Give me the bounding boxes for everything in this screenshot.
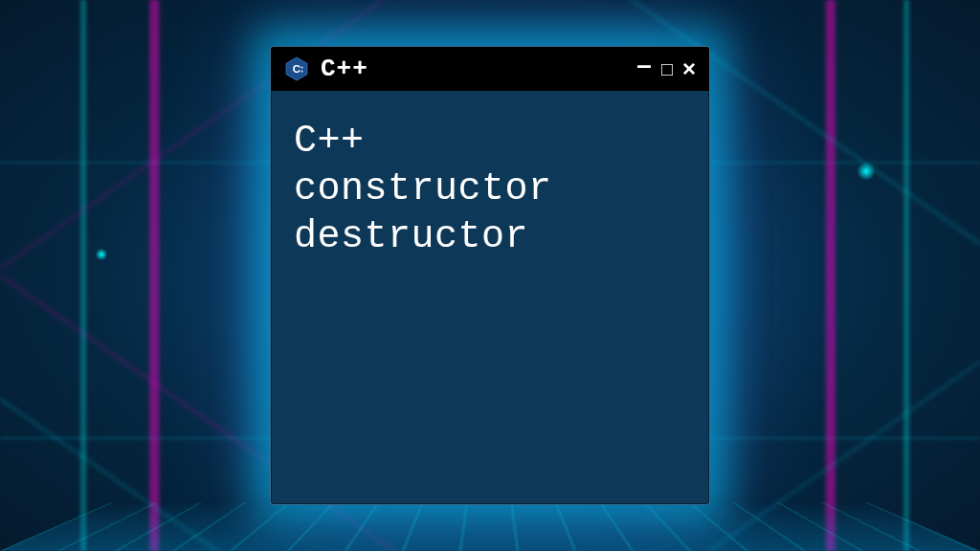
glow-dot (858, 163, 875, 180)
minimize-button[interactable]: – (636, 52, 652, 78)
content-line: C++ (294, 118, 686, 165)
svg-text:C: C (293, 63, 301, 75)
terminal-content: C++ constructor destructor (271, 91, 709, 504)
content-line: destructor (294, 213, 686, 261)
glow-dot (96, 249, 107, 260)
window-controls: – □ × (636, 55, 696, 82)
close-button[interactable]: × (682, 57, 696, 80)
cpp-logo-icon: C + + (284, 56, 309, 81)
window-title: C++ (321, 55, 625, 83)
maximize-button[interactable]: □ (661, 59, 673, 78)
content-line: constructor (294, 165, 686, 213)
background-floor-grid (0, 502, 980, 551)
titlebar[interactable]: C + + C++ – □ × (271, 47, 709, 91)
terminal-window: C + + C++ – □ × C++ constructor destruct… (270, 46, 710, 505)
svg-text:+: + (301, 69, 303, 74)
